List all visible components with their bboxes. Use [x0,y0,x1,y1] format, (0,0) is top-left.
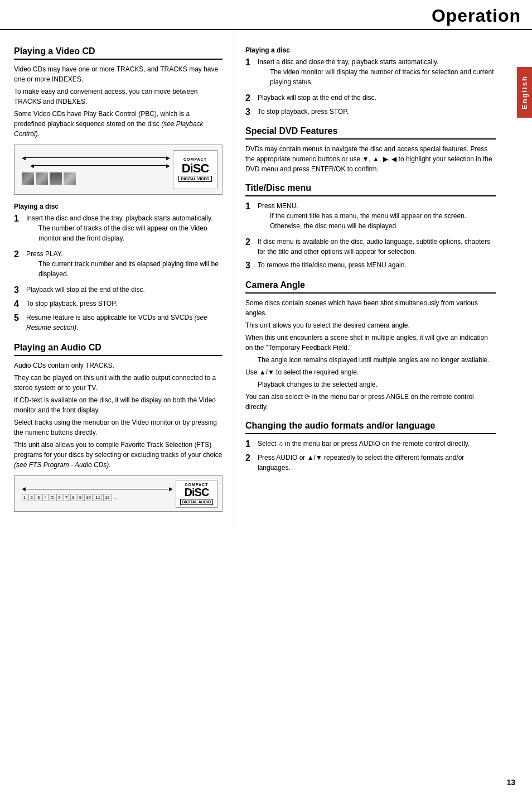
title-step-3-text: To remove the title/disc menu, press MEN… [258,261,407,269]
audio-cd-title: Playing an Audio CD [14,343,223,356]
dvd-step-3: 3 To stop playback, press STOP. [245,107,496,117]
dvd-step-1: 1 Insert a disc and close the tray, play… [245,57,496,89]
page-number: 13 [506,778,515,787]
main-content: Playing a Video CD Video CDs may have on… [0,30,532,526]
vcd-step-4-text: To stop playback, press STOP. [26,300,117,307]
camera-angle-title: Camera Angle [245,280,496,294]
changing-audio-title: Changing the audio formats and/or langua… [245,421,496,434]
dvd-step-3-text: To stop playback, press STOP. [258,108,349,116]
camera-body-3: When this unit encounters a scene shot i… [245,333,496,353]
dvd-step-2-text: Playback will stop at the end of the dis… [258,94,376,102]
changing-audio-section: Changing the audio formats and/or langua… [245,421,496,473]
dvd-features-section: Special DVD Features DVDs may contain me… [245,126,496,174]
right-column: Playing a disc 1 Insert a disc and close… [234,30,521,526]
vcd-step-2: 2 Press PLAY. The current track number a… [14,249,223,281]
dvd-step-2: 2 Playback will stop at the end of the d… [245,93,496,103]
vcd-step-2-text: Press PLAY. [26,250,63,258]
dvd-playing-disc-steps: 1 Insert a disc and close the tray, play… [245,57,496,117]
dvd-playing-disc-subtitle: Playing a disc [245,46,496,54]
audio-disc-image: ◀ ▶ 1 2 3 4 5 6 7 8 [14,475,223,512]
camera-angle-section: Camera Angle Some discs contain scenes w… [245,280,496,412]
audio-body-2: They can be played on this unit with the… [14,373,223,393]
vcd-disc-image: ◀ ▶ ◀ ▶ [14,145,223,195]
dvd-features-body: DVDs may contain menus to navigate the d… [245,144,496,174]
vcd-step-4: 4 To stop playback, press STOP. [14,299,223,309]
changing-audio-steps: 1 Select ♫ in the menu bar or press AUDI… [245,439,496,473]
vcd-disc-diagram: ◀ ▶ ◀ ▶ [19,152,173,188]
vcd-section: Playing a Video CD Video CDs may have on… [14,46,223,333]
page-container: Operation English Playing a Video CD Vid… [0,0,532,798]
dvd-features-title: Special DVD Features [245,126,496,140]
title-disc-menu-title: Title/Disc menu [245,183,496,196]
vcd-body-1: Video CDs may have one or more TRACKS, a… [14,64,223,84]
title-step-1-text: Press MENU. [258,202,298,210]
dvd-step-1-indent: The video monitor will display the numbe… [258,67,496,87]
vcd-steps: 1 Insert the disc and close the tray, pl… [14,213,223,333]
audio-body-3: If CD-text is available on the disc, it … [14,395,223,415]
audio-disc-logo: COMPACT DiSC DIGITAL AUDIO [176,480,217,508]
title-step-2: 2 If disc menu is available on the disc,… [245,237,496,257]
vcd-step-1-indent: The number of tracks of the disc will ap… [26,223,223,243]
vcd-step-5: 5 Resume feature is also applicable for … [14,313,223,333]
vcd-step-5-text: Resume feature is also applicable for VC… [26,314,207,331]
title-step-1-indent: If the current title has a menu, the men… [258,211,496,231]
camera-body-2: This unit allows you to select the desir… [245,320,496,330]
camera-body-4: The angle icon remains displayed until m… [245,355,496,365]
language-tab: English [517,67,532,118]
page-header: Operation [0,0,532,30]
audio-body-5: This unit also allows you to compile Fav… [14,440,223,470]
vcd-playing-disc-subtitle: Playing a disc [14,203,223,210]
title-step-2-text: If disc menu is available on the disc, a… [258,238,490,256]
title-step-3: 3 To remove the title/disc menu, press M… [245,260,496,271]
page-title: Operation [432,6,521,26]
camera-body-5: Use ▲/▼ to select the required angle. [245,367,496,377]
vcd-step-2-indent: The current track number and its elapsed… [26,259,223,279]
audio-step-2: 2 Press AUDIO or ▲/▼ repeatedly to selec… [245,453,496,473]
camera-body-6: Playback changes to the selected angle. [245,379,496,390]
dvd-playing-disc-section: Playing a disc 1 Insert a disc and close… [245,46,496,117]
audio-cd-section: Playing an Audio CD Audio CDs contain on… [14,343,223,512]
title-disc-steps: 1 Press MENU. If the current title has a… [245,201,496,271]
title-step-1: 1 Press MENU. If the current title has a… [245,201,496,233]
vcd-body-3: Some Video CDs have Play Back Control (P… [14,109,223,139]
title-disc-menu-section: Title/Disc menu 1 Press MENU. If the cur… [245,183,496,271]
vcd-step-3-text: Playback will stop at the end of the dis… [26,286,145,294]
camera-body-7: You can also select ⟳ in the menu bar or… [245,392,496,412]
camera-body-1: Some discs contain scenes which have bee… [245,298,496,318]
dvd-step-1-text: Insert a disc and close the tray, playba… [258,58,438,66]
vcd-body-2: To make easy and convenient access, you … [14,86,223,107]
audio-step-2-text: Press AUDIO or ▲/▼ repeatedly to select … [258,454,464,472]
audio-body-1: Audio CDs contain only TRACKS. [14,360,223,371]
audio-step-1: 1 Select ♫ in the menu bar or press AUDI… [245,439,496,449]
vcd-step-1: 1 Insert the disc and close the tray, pl… [14,213,223,246]
vcd-step-3: 3 Playback will stop at the end of the d… [14,285,223,295]
track-numbers-row: 1 2 3 4 5 6 7 8 9 10 11 12 ... [22,494,173,501]
audio-step-1-text: Select ♫ in the menu bar or press AUDIO … [258,440,470,448]
left-column: Playing a Video CD Video CDs may have on… [0,30,234,526]
audio-body-4: Select tracks using the menubar on the V… [14,417,223,438]
vcd-disc-logo: COMPACT DiSC DIGITAL VIDEO [173,150,217,189]
vcd-step-1-text: Insert the disc and close the tray, play… [26,214,212,222]
vcd-title: Playing a Video CD [14,46,223,60]
